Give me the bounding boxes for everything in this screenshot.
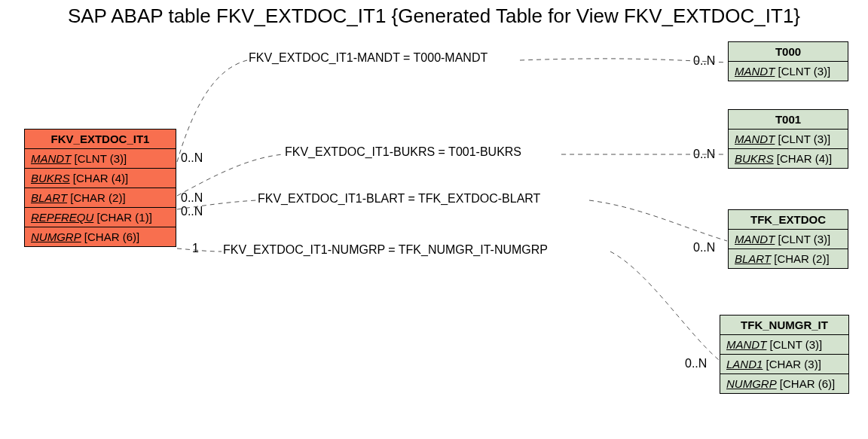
cardinality-left: 1: [192, 242, 199, 255]
entity-main-field: NUMGRP [CHAR (6)]: [25, 227, 176, 246]
entity-field: MANDT [CLNT (3)]: [729, 62, 848, 81]
entity-main-field: BLART [CHAR (2)]: [25, 188, 176, 208]
entity-main-field: MANDT [CLNT (3)]: [25, 149, 176, 169]
entity-header: TFK_EXTDOC: [729, 210, 848, 230]
entity-header: T001: [729, 110, 848, 130]
entity-field: LAND1 [CHAR (3)]: [720, 355, 848, 374]
entity-t001: T001 MANDT [CLNT (3)] BUKRS [CHAR (4)]: [728, 109, 848, 169]
entity-main-field: REPFREQU [CHAR (1)]: [25, 208, 176, 227]
entity-field: MANDT [CLNT (3)]: [729, 230, 848, 249]
relation-label: FKV_EXTDOC_IT1-BUKRS = T001-BUKRS: [285, 145, 521, 159]
entity-header: TFK_NUMGR_IT: [720, 316, 848, 335]
cardinality-right: 0..N: [693, 54, 715, 68]
entity-tfk-extdoc: TFK_EXTDOC MANDT [CLNT (3)] BLART [CHAR …: [728, 209, 848, 269]
page-title: SAP ABAP table FKV_EXTDOC_IT1 {Generated…: [0, 5, 868, 28]
relation-label: FKV_EXTDOC_IT1-BLART = TFK_EXTDOC-BLART: [258, 192, 540, 206]
entity-field: NUMGRP [CHAR (6)]: [720, 374, 848, 393]
entity-main: FKV_EXTDOC_IT1 MANDT [CLNT (3)] BUKRS [C…: [24, 129, 176, 247]
entity-field: MANDT [CLNT (3)]: [729, 130, 848, 149]
cardinality-right: 0..N: [693, 241, 715, 255]
cardinality-left: 0..N: [181, 151, 203, 165]
entity-t000: T000 MANDT [CLNT (3)]: [728, 41, 848, 81]
cardinality-right: 0..N: [685, 357, 707, 370]
entity-header: T000: [729, 42, 848, 62]
cardinality-left: 0..N: [181, 191, 203, 205]
entity-tfk-numgr-it: TFK_NUMGR_IT MANDT [CLNT (3)] LAND1 [CHA…: [720, 315, 849, 394]
relation-label: FKV_EXTDOC_IT1-NUMGRP = TFK_NUMGR_IT-NUM…: [223, 243, 548, 257]
cardinality-left: 0..N: [181, 205, 203, 218]
entity-field: BLART [CHAR (2)]: [729, 249, 848, 268]
entity-field: BUKRS [CHAR (4)]: [729, 149, 848, 168]
entity-main-header: FKV_EXTDOC_IT1: [25, 130, 176, 149]
entity-field: MANDT [CLNT (3)]: [720, 335, 848, 355]
relation-label: FKV_EXTDOC_IT1-MANDT = T000-MANDT: [249, 51, 487, 65]
entity-main-field: BUKRS [CHAR (4)]: [25, 169, 176, 188]
cardinality-right: 0..N: [693, 148, 715, 161]
